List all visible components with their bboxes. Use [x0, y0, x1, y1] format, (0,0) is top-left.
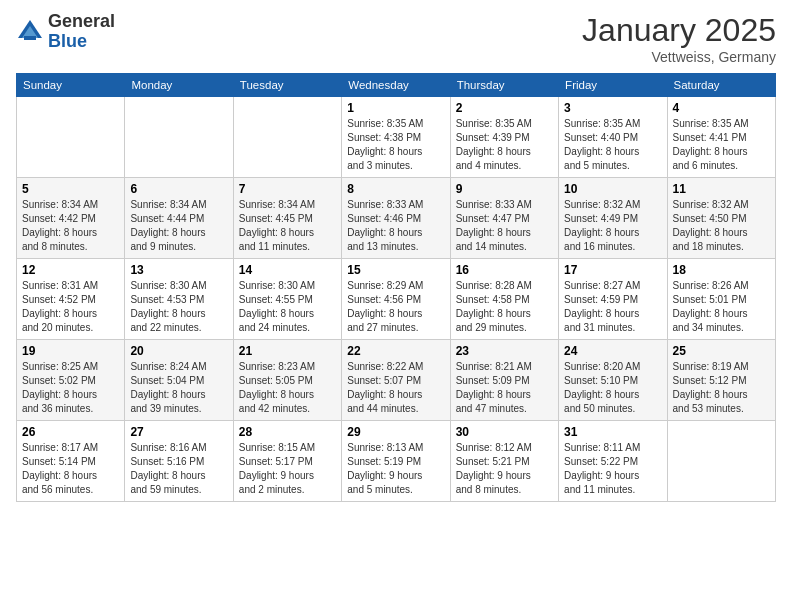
calendar-cell: 7Sunrise: 8:34 AM Sunset: 4:45 PM Daylig…: [233, 178, 341, 259]
day-info: Sunrise: 8:32 AM Sunset: 4:50 PM Dayligh…: [673, 198, 770, 254]
calendar-cell: 9Sunrise: 8:33 AM Sunset: 4:47 PM Daylig…: [450, 178, 558, 259]
day-number: 22: [347, 344, 444, 358]
day-number: 20: [130, 344, 227, 358]
calendar-cell: [233, 97, 341, 178]
calendar-cell: [17, 97, 125, 178]
day-number: 3: [564, 101, 661, 115]
calendar-cell: 21Sunrise: 8:23 AM Sunset: 5:05 PM Dayli…: [233, 340, 341, 421]
calendar-cell: 26Sunrise: 8:17 AM Sunset: 5:14 PM Dayli…: [17, 421, 125, 502]
logo: General Blue: [16, 12, 115, 52]
day-number: 25: [673, 344, 770, 358]
day-info: Sunrise: 8:32 AM Sunset: 4:49 PM Dayligh…: [564, 198, 661, 254]
day-number: 8: [347, 182, 444, 196]
calendar-cell: 15Sunrise: 8:29 AM Sunset: 4:56 PM Dayli…: [342, 259, 450, 340]
calendar-cell: 14Sunrise: 8:30 AM Sunset: 4:55 PM Dayli…: [233, 259, 341, 340]
calendar-header-wednesday: Wednesday: [342, 74, 450, 97]
calendar-page: General Blue January 2025 Vettweiss, Ger…: [0, 0, 792, 612]
logo-icon: [16, 18, 44, 46]
day-number: 29: [347, 425, 444, 439]
calendar-header-thursday: Thursday: [450, 74, 558, 97]
day-info: Sunrise: 8:35 AM Sunset: 4:39 PM Dayligh…: [456, 117, 553, 173]
day-number: 27: [130, 425, 227, 439]
calendar-cell: 31Sunrise: 8:11 AM Sunset: 5:22 PM Dayli…: [559, 421, 667, 502]
day-info: Sunrise: 8:30 AM Sunset: 4:53 PM Dayligh…: [130, 279, 227, 335]
day-info: Sunrise: 8:13 AM Sunset: 5:19 PM Dayligh…: [347, 441, 444, 497]
day-info: Sunrise: 8:34 AM Sunset: 4:45 PM Dayligh…: [239, 198, 336, 254]
day-number: 23: [456, 344, 553, 358]
day-number: 19: [22, 344, 119, 358]
calendar-cell: 16Sunrise: 8:28 AM Sunset: 4:58 PM Dayli…: [450, 259, 558, 340]
day-number: 21: [239, 344, 336, 358]
day-number: 6: [130, 182, 227, 196]
day-info: Sunrise: 8:15 AM Sunset: 5:17 PM Dayligh…: [239, 441, 336, 497]
day-number: 15: [347, 263, 444, 277]
day-number: 14: [239, 263, 336, 277]
title-block: January 2025 Vettweiss, Germany: [582, 12, 776, 65]
location: Vettweiss, Germany: [582, 49, 776, 65]
day-info: Sunrise: 8:16 AM Sunset: 5:16 PM Dayligh…: [130, 441, 227, 497]
calendar-cell: 23Sunrise: 8:21 AM Sunset: 5:09 PM Dayli…: [450, 340, 558, 421]
day-number: 11: [673, 182, 770, 196]
month-title: January 2025: [582, 12, 776, 49]
calendar-week-3: 19Sunrise: 8:25 AM Sunset: 5:02 PM Dayli…: [17, 340, 776, 421]
day-number: 16: [456, 263, 553, 277]
day-info: Sunrise: 8:23 AM Sunset: 5:05 PM Dayligh…: [239, 360, 336, 416]
calendar-cell: 3Sunrise: 8:35 AM Sunset: 4:40 PM Daylig…: [559, 97, 667, 178]
header: General Blue January 2025 Vettweiss, Ger…: [16, 12, 776, 65]
calendar-cell: 6Sunrise: 8:34 AM Sunset: 4:44 PM Daylig…: [125, 178, 233, 259]
day-info: Sunrise: 8:35 AM Sunset: 4:38 PM Dayligh…: [347, 117, 444, 173]
calendar-cell: 27Sunrise: 8:16 AM Sunset: 5:16 PM Dayli…: [125, 421, 233, 502]
calendar-cell: 11Sunrise: 8:32 AM Sunset: 4:50 PM Dayli…: [667, 178, 775, 259]
calendar-cell: 29Sunrise: 8:13 AM Sunset: 5:19 PM Dayli…: [342, 421, 450, 502]
day-number: 13: [130, 263, 227, 277]
calendar-cell: 1Sunrise: 8:35 AM Sunset: 4:38 PM Daylig…: [342, 97, 450, 178]
day-info: Sunrise: 8:34 AM Sunset: 4:44 PM Dayligh…: [130, 198, 227, 254]
calendar-header-sunday: Sunday: [17, 74, 125, 97]
day-info: Sunrise: 8:35 AM Sunset: 4:41 PM Dayligh…: [673, 117, 770, 173]
day-info: Sunrise: 8:25 AM Sunset: 5:02 PM Dayligh…: [22, 360, 119, 416]
calendar-cell: 30Sunrise: 8:12 AM Sunset: 5:21 PM Dayli…: [450, 421, 558, 502]
day-info: Sunrise: 8:31 AM Sunset: 4:52 PM Dayligh…: [22, 279, 119, 335]
calendar-cell: 4Sunrise: 8:35 AM Sunset: 4:41 PM Daylig…: [667, 97, 775, 178]
day-info: Sunrise: 8:11 AM Sunset: 5:22 PM Dayligh…: [564, 441, 661, 497]
day-number: 1: [347, 101, 444, 115]
day-number: 2: [456, 101, 553, 115]
day-number: 24: [564, 344, 661, 358]
calendar-header-friday: Friday: [559, 74, 667, 97]
day-number: 10: [564, 182, 661, 196]
day-number: 18: [673, 263, 770, 277]
calendar-cell: 12Sunrise: 8:31 AM Sunset: 4:52 PM Dayli…: [17, 259, 125, 340]
day-number: 17: [564, 263, 661, 277]
day-info: Sunrise: 8:34 AM Sunset: 4:42 PM Dayligh…: [22, 198, 119, 254]
day-number: 9: [456, 182, 553, 196]
day-number: 30: [456, 425, 553, 439]
calendar-cell: 22Sunrise: 8:22 AM Sunset: 5:07 PM Dayli…: [342, 340, 450, 421]
day-info: Sunrise: 8:21 AM Sunset: 5:09 PM Dayligh…: [456, 360, 553, 416]
day-number: 26: [22, 425, 119, 439]
calendar-header-monday: Monday: [125, 74, 233, 97]
day-info: Sunrise: 8:12 AM Sunset: 5:21 PM Dayligh…: [456, 441, 553, 497]
day-info: Sunrise: 8:33 AM Sunset: 4:47 PM Dayligh…: [456, 198, 553, 254]
svg-rect-2: [24, 36, 36, 40]
day-number: 5: [22, 182, 119, 196]
calendar-cell: 13Sunrise: 8:30 AM Sunset: 4:53 PM Dayli…: [125, 259, 233, 340]
calendar-cell: 17Sunrise: 8:27 AM Sunset: 4:59 PM Dayli…: [559, 259, 667, 340]
day-info: Sunrise: 8:30 AM Sunset: 4:55 PM Dayligh…: [239, 279, 336, 335]
day-info: Sunrise: 8:24 AM Sunset: 5:04 PM Dayligh…: [130, 360, 227, 416]
calendar-header-tuesday: Tuesday: [233, 74, 341, 97]
day-info: Sunrise: 8:19 AM Sunset: 5:12 PM Dayligh…: [673, 360, 770, 416]
day-info: Sunrise: 8:28 AM Sunset: 4:58 PM Dayligh…: [456, 279, 553, 335]
calendar-header-row: SundayMondayTuesdayWednesdayThursdayFrid…: [17, 74, 776, 97]
day-info: Sunrise: 8:33 AM Sunset: 4:46 PM Dayligh…: [347, 198, 444, 254]
calendar-cell: 8Sunrise: 8:33 AM Sunset: 4:46 PM Daylig…: [342, 178, 450, 259]
calendar-cell: [667, 421, 775, 502]
calendar-week-2: 12Sunrise: 8:31 AM Sunset: 4:52 PM Dayli…: [17, 259, 776, 340]
calendar-cell: 25Sunrise: 8:19 AM Sunset: 5:12 PM Dayli…: [667, 340, 775, 421]
day-info: Sunrise: 8:29 AM Sunset: 4:56 PM Dayligh…: [347, 279, 444, 335]
day-info: Sunrise: 8:26 AM Sunset: 5:01 PM Dayligh…: [673, 279, 770, 335]
calendar-cell: [125, 97, 233, 178]
day-info: Sunrise: 8:20 AM Sunset: 5:10 PM Dayligh…: [564, 360, 661, 416]
calendar-cell: 5Sunrise: 8:34 AM Sunset: 4:42 PM Daylig…: [17, 178, 125, 259]
calendar-cell: 20Sunrise: 8:24 AM Sunset: 5:04 PM Dayli…: [125, 340, 233, 421]
calendar-cell: 24Sunrise: 8:20 AM Sunset: 5:10 PM Dayli…: [559, 340, 667, 421]
